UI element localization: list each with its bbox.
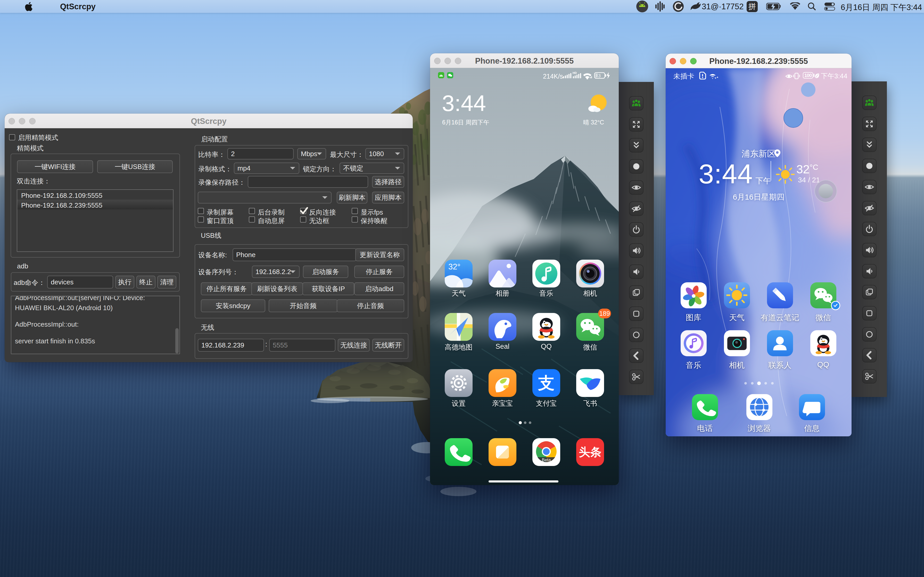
- svg-text:Beta: Beta: [542, 458, 551, 463]
- svg-text:HD: HD: [573, 72, 577, 74]
- svg-text:3: 3: [598, 73, 601, 78]
